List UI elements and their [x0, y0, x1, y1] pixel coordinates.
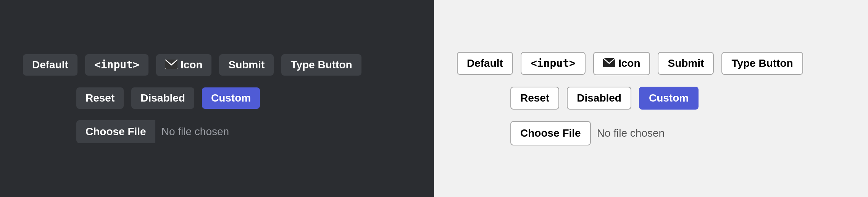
mail-icon-light — [603, 58, 615, 69]
dark-type-button[interactable]: Type Button — [281, 54, 361, 76]
light-input-button[interactable]: <input> — [521, 52, 586, 75]
light-icon-button-label: Icon — [618, 58, 641, 69]
light-custom-button[interactable]: Custom — [639, 87, 699, 110]
dark-reset-button[interactable]: Reset — [76, 87, 124, 109]
light-file-input: Choose File No file chosen — [510, 121, 665, 145]
light-panel: Default <input> Icon Submit Type Button … — [434, 0, 868, 197]
dark-icon-button-label: Icon — [181, 60, 203, 70]
light-type-button[interactable]: Type Button — [721, 52, 803, 75]
dark-choose-file-button[interactable]: Choose File — [76, 120, 155, 143]
light-row-2: Reset Disabled Custom — [457, 87, 699, 110]
light-row-1: Default <input> Icon Submit Type Button — [457, 52, 803, 75]
light-no-file-text: No file chosen — [591, 127, 665, 139]
dark-default-button[interactable]: Default — [23, 54, 77, 76]
dark-row-2: Reset Disabled Custom — [23, 87, 260, 109]
dark-row-1: Default <input> Icon Submit Type Button — [23, 54, 361, 76]
dark-icon-button[interactable]: Icon — [156, 54, 212, 76]
light-reset-button[interactable]: Reset — [510, 87, 559, 110]
dark-file-input: Choose File No file chosen — [76, 120, 229, 143]
dark-input-button[interactable]: <input> — [85, 54, 148, 76]
light-disabled-button[interactable]: Disabled — [567, 87, 631, 110]
light-row-3: Choose File No file chosen — [457, 121, 665, 145]
dark-submit-button[interactable]: Submit — [219, 54, 274, 76]
light-submit-button[interactable]: Submit — [658, 52, 714, 75]
mail-icon — [165, 60, 177, 71]
dark-row-3: Choose File No file chosen — [23, 120, 229, 143]
light-default-button[interactable]: Default — [457, 52, 513, 75]
light-icon-button[interactable]: Icon — [593, 52, 650, 75]
dark-no-file-text: No file chosen — [155, 126, 229, 138]
light-choose-file-button[interactable]: Choose File — [510, 121, 591, 145]
dark-disabled-button[interactable]: Disabled — [131, 87, 194, 109]
dark-custom-button[interactable]: Custom — [202, 87, 260, 109]
dark-panel: Default <input> Icon Submit Type Button … — [0, 0, 434, 197]
